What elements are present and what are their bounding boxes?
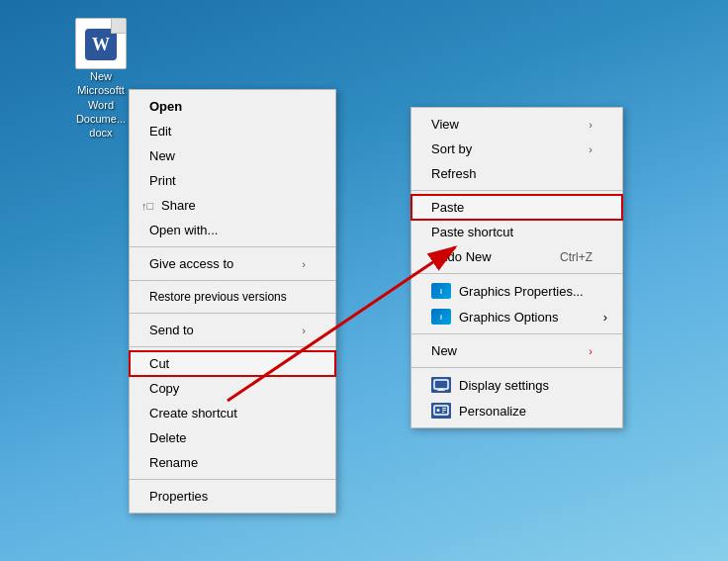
svg-rect-7 — [442, 412, 444, 413]
menu-item-refresh[interactable]: Refresh — [411, 161, 622, 186]
word-doc-icon: W — [75, 18, 127, 69]
graphics-props-icon: i — [431, 283, 451, 299]
menu-item-print[interactable]: Print — [130, 168, 335, 193]
submenu-arrow: › — [302, 258, 306, 270]
menu-item-graphics-options[interactable]: i Graphics Options › — [411, 304, 622, 329]
menu-item-sort-by[interactable]: Sort by › — [411, 137, 622, 161]
desktop: W NewMicrosofttWordDocume...docx Open Ed… — [0, 0, 728, 561]
file-icon-label: NewMicrosofttWordDocume...docx — [76, 69, 126, 140]
personalize-icon — [431, 403, 451, 419]
desktop-context-menu: View › Sort by › Refresh Paste Paste sho… — [410, 107, 623, 428]
separator-1 — [130, 246, 335, 247]
svg-rect-0 — [434, 380, 448, 389]
new-arrow: › — [589, 345, 592, 357]
menu-item-give-access[interactable]: Give access to › — [130, 251, 335, 276]
sep-d4 — [411, 367, 622, 368]
submenu-arrow-2: › — [302, 325, 306, 336]
menu-item-create-shortcut[interactable]: Create shortcut — [130, 401, 335, 425]
graphics-arrow: › — [603, 310, 607, 325]
menu-item-delete[interactable]: Delete — [130, 425, 335, 450]
menu-item-copy[interactable]: Copy — [130, 376, 335, 401]
word-badge: W — [85, 29, 117, 60]
menu-item-personalize[interactable]: Personalize — [411, 398, 622, 423]
menu-item-properties[interactable]: Properties — [130, 484, 335, 509]
menu-item-open-with[interactable]: Open with... — [130, 218, 335, 242]
separator-4 — [130, 346, 335, 347]
svg-rect-6 — [442, 410, 446, 411]
sep-d1 — [411, 190, 622, 191]
separator-2 — [130, 280, 335, 281]
menu-item-restore[interactable]: Restore previous versions — [130, 285, 335, 309]
menu-item-desktop-new[interactable]: New › — [411, 338, 622, 363]
view-arrow: › — [589, 119, 592, 131]
graphics-options-icon: i — [431, 309, 451, 325]
menu-item-graphics-props[interactable]: i Graphics Properties... — [411, 278, 622, 304]
menu-item-display-settings[interactable]: Display settings — [411, 372, 622, 398]
file-context-menu: Open Edit New Print ↑□ Share Open with..… — [129, 89, 336, 514]
display-settings-icon — [431, 377, 451, 393]
menu-item-edit[interactable]: Edit — [130, 119, 335, 143]
menu-item-share[interactable]: ↑□ Share — [130, 193, 335, 218]
menu-item-new[interactable]: New — [130, 143, 335, 168]
menu-item-cut[interactable]: Cut — [130, 351, 335, 376]
share-icon: ↑□ — [141, 200, 153, 212]
separator-5 — [130, 479, 335, 480]
sort-arrow: › — [589, 143, 592, 155]
menu-item-open[interactable]: Open — [130, 94, 335, 119]
undo-shortcut: Ctrl+Z — [560, 250, 592, 264]
sep-d2 — [411, 273, 622, 274]
menu-item-paste[interactable]: Paste — [411, 195, 622, 220]
menu-item-send-to[interactable]: Send to › — [130, 318, 335, 342]
menu-item-rename[interactable]: Rename — [130, 450, 335, 475]
separator-3 — [130, 313, 335, 314]
sep-d3 — [411, 333, 622, 334]
svg-point-4 — [437, 409, 440, 412]
menu-item-view[interactable]: View › — [411, 112, 622, 137]
menu-item-paste-shortcut[interactable]: Paste shortcut — [411, 220, 622, 244]
menu-item-undo-new[interactable]: Undo New Ctrl+Z — [411, 244, 622, 269]
svg-rect-5 — [442, 408, 446, 409]
